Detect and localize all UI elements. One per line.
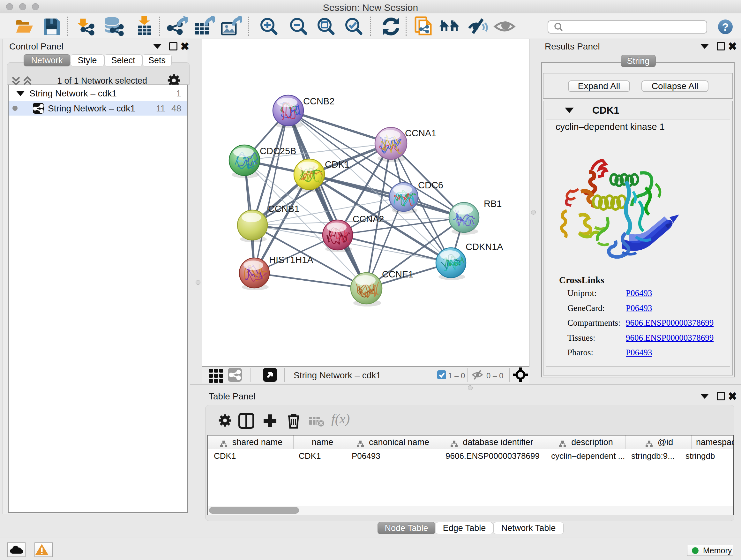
svg-text:CCNA1: CCNA1 — [405, 128, 436, 138]
svg-text:CDK1: CDK1 — [325, 159, 349, 170]
svg-text:CCNE1: CCNE1 — [382, 269, 413, 279]
svg-text:CCNB2: CCNB2 — [303, 96, 334, 106]
svg-text:HIST1H1A: HIST1H1A — [269, 255, 313, 265]
svg-text:CDKN1A: CDKN1A — [466, 242, 503, 252]
svg-text:CDC25B: CDC25B — [260, 146, 296, 156]
svg-text:CDC6: CDC6 — [418, 180, 443, 190]
svg-text:CCNB1: CCNB1 — [268, 204, 299, 214]
svg-text:RB1: RB1 — [484, 199, 502, 209]
svg-text:CCNA2: CCNA2 — [353, 214, 384, 224]
